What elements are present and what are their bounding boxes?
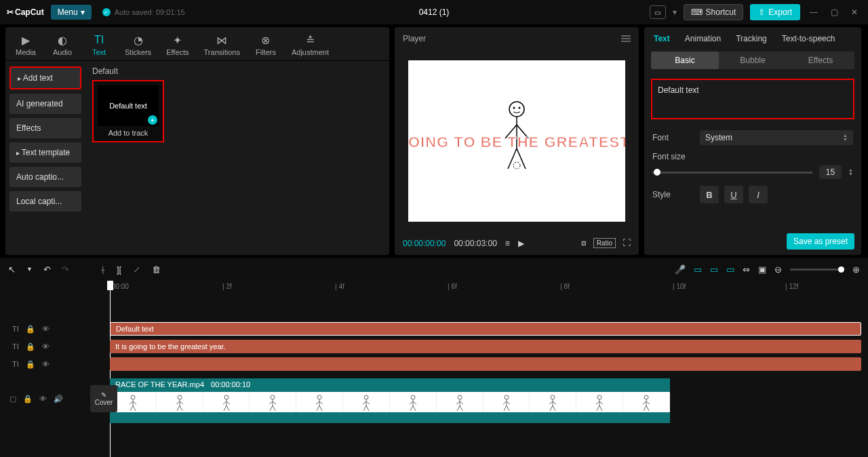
split-icon[interactable]: ][	[117, 264, 121, 275]
inspector-tab[interactable]: Tracking	[736, 34, 767, 43]
scan-icon[interactable]: ⧈	[581, 238, 587, 248]
eye-icon[interactable]: 👁	[42, 325, 50, 333]
inspector-tab[interactable]: Text-to-speech	[782, 34, 835, 43]
mute-icon[interactable]: 🔊	[54, 395, 63, 403]
svg-point-75	[644, 395, 648, 399]
inspector-subtab[interactable]: Bubble	[719, 52, 787, 69]
zoom-in-icon[interactable]: ⊕	[852, 264, 860, 275]
redo-button[interactable]: ↷	[62, 264, 69, 275]
tab-stickers[interactable]: ◔Stickers	[119, 30, 157, 60]
svg-line-6	[508, 148, 517, 169]
fullscreen-icon[interactable]: ⛶	[623, 238, 631, 248]
svg-point-39	[364, 395, 368, 399]
inspector-subtab[interactable]: Effects	[787, 52, 854, 69]
transitions-icon: ⋈	[216, 34, 227, 46]
undo-button[interactable]: ↶	[43, 264, 51, 275]
audio-strip[interactable]	[110, 414, 670, 423]
fontsize-slider[interactable]	[652, 172, 812, 174]
sidebar-item[interactable]: Effects	[9, 118, 81, 138]
preview-icon[interactable]: ▣	[758, 264, 766, 275]
text-clip[interactable]: Default text	[110, 322, 861, 336]
effects-icon: ✦	[173, 34, 182, 46]
font-select[interactable]: System ▲▼	[700, 130, 853, 145]
tab-effects[interactable]: ✦Effects	[161, 30, 194, 60]
chevron-down-icon[interactable]: ▼	[26, 266, 33, 273]
shortcut-button[interactable]: ⌨ Shortcut	[684, 4, 744, 20]
menu-icon[interactable]	[621, 35, 631, 42]
lock-icon[interactable]: 🔒	[26, 342, 35, 351]
add-icon[interactable]: +	[148, 115, 157, 125]
ratio-button[interactable]: Ratio	[593, 238, 616, 248]
eye-icon[interactable]: 👁	[42, 342, 50, 351]
menu-button[interactable]: Menu ▾	[51, 5, 92, 20]
text-clip[interactable]	[110, 357, 861, 371]
save-preset-button[interactable]: Save as preset	[787, 233, 854, 250]
inspector-tab[interactable]: Text	[654, 34, 670, 43]
tab-media[interactable]: ▶Media	[9, 30, 42, 60]
ruler-mark: | 10f	[673, 283, 686, 290]
cursor-icon[interactable]: ↖	[8, 264, 16, 275]
sidebar-item[interactable]: AI generated	[9, 94, 81, 114]
maximize-button[interactable]: ▢	[827, 7, 841, 17]
cover-button[interactable]: ✎ Cover	[90, 385, 117, 412]
tab-audio[interactable]: ◐Audio	[46, 30, 79, 60]
ruler-mark: | 2f	[222, 283, 232, 290]
svg-line-54	[460, 401, 463, 404]
zoom-out-icon[interactable]: ⊖	[774, 264, 782, 275]
minimize-button[interactable]: —	[807, 7, 821, 17]
text-clip[interactable]: It is going to be the greatest year.	[110, 340, 861, 353]
tab-filters[interactable]: ⊗Filters	[250, 30, 282, 60]
svg-line-68	[553, 405, 555, 411]
main-tabs: ▶Media◐AudioTIText◔Stickers✦Effects⋈Tran…	[5, 27, 389, 61]
preview-canvas[interactable]: OING TO BE THE GREATEST Y	[408, 60, 625, 222]
delete-icon[interactable]: 🗑	[152, 264, 161, 275]
split-start-icon[interactable]: ⟊	[100, 264, 106, 275]
text-input[interactable]: Default text	[651, 79, 854, 119]
upload-icon: ⇪	[758, 7, 765, 17]
align-icon[interactable]: ⇔	[743, 264, 750, 275]
tab-adjustment[interactable]: ≛Adjustment	[286, 30, 334, 60]
magnet-mid-icon[interactable]: ▭	[710, 264, 718, 275]
mic-icon[interactable]: 🎤	[675, 264, 686, 275]
play-button[interactable]: ▶	[518, 239, 524, 248]
close-button[interactable]: ✕	[848, 7, 861, 17]
timeline[interactable]: :00:00| 2f| 4f| 6f| 8f| 10f| 12f TI🔒👁Def…	[0, 281, 868, 457]
list-icon[interactable]: ≡	[505, 239, 510, 248]
tab-label: Effects	[166, 48, 189, 56]
stepper-icon[interactable]: ▲▼	[843, 134, 848, 142]
italic-button[interactable]: I	[749, 186, 768, 203]
inspector-tab[interactable]: Animation	[685, 34, 721, 43]
tab-text[interactable]: TIText	[83, 30, 115, 60]
tab-transitions[interactable]: ⋈Transitions	[199, 30, 245, 60]
fontsize-value[interactable]: 15	[819, 165, 842, 179]
video-clip-name: RACE OF THE YEAR.mp4	[115, 380, 204, 389]
underline-button[interactable]: U	[724, 186, 743, 203]
zoom-slider[interactable]	[790, 269, 844, 271]
inspector-subtabs: BasicBubbleEffects	[651, 52, 854, 69]
time-ruler[interactable]: :00:00| 2f| 4f| 6f| 8f| 10f| 12f	[110, 281, 868, 296]
video-thumbs[interactable]	[110, 391, 670, 414]
sidebar-item[interactable]: Add text	[9, 66, 81, 90]
preset-card[interactable]: Default text + Add to track	[92, 80, 164, 142]
lock-icon[interactable]: 🔒	[26, 325, 35, 334]
sidebar-item[interactable]: Auto captio...	[9, 167, 81, 187]
bold-button[interactable]: B	[700, 186, 719, 203]
split-end-icon[interactable]: ⟋	[132, 264, 141, 275]
export-button[interactable]: ⇪ Export	[750, 4, 800, 20]
inspector-subtab[interactable]: Basic	[651, 52, 719, 69]
eye-icon[interactable]: 👁	[39, 395, 47, 403]
lock-icon[interactable]: ▢	[9, 395, 16, 403]
chevron-down-icon[interactable]: ▾	[673, 7, 677, 17]
magnet-off-icon[interactable]: ▭	[726, 264, 734, 275]
lock-icon[interactable]: 🔒	[23, 395, 33, 403]
lock-icon[interactable]: 🔒	[26, 360, 35, 369]
svg-line-77	[643, 401, 646, 404]
magnet-on-icon[interactable]: ▭	[694, 264, 702, 275]
eye-icon[interactable]: 👁	[42, 360, 50, 368]
sidebar-item[interactable]: Text template	[9, 142, 81, 163]
video-clip-header[interactable]: RACE OF THE YEAR.mp4 00:00:00:10	[110, 378, 670, 391]
sidebar-item[interactable]: Local capti...	[9, 191, 81, 212]
layout-icon[interactable]: ▭	[650, 5, 666, 19]
style-label: Style	[652, 190, 693, 199]
stepper-icon[interactable]: ▲▼	[848, 168, 853, 176]
